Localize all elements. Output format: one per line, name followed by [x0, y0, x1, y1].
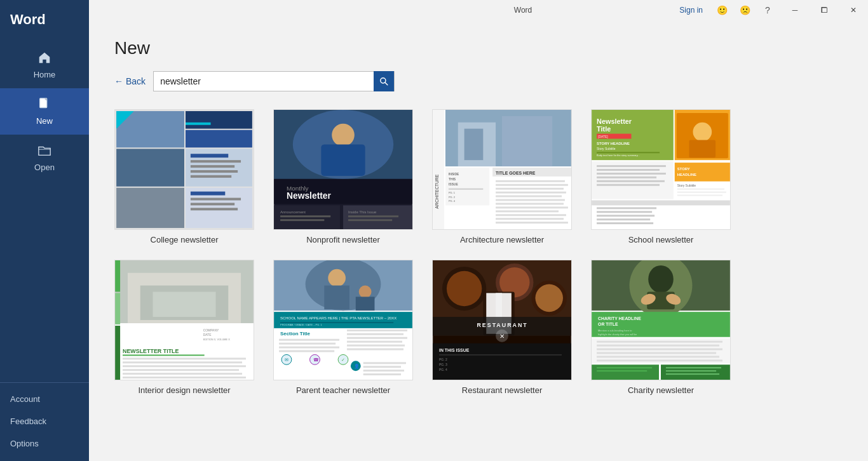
template-restaurant[interactable]: RESTAURANT ✕ IN THIS ISSUE PG. 2 PG. 3 P… [432, 260, 572, 395]
sidebar: Word Home New [0, 0, 89, 461]
svg-rect-114 [115, 326, 120, 380]
svg-text:Body text here for the story s: Body text here for the story summary... [597, 154, 640, 157]
search-area: ← Back [114, 71, 845, 91]
svg-rect-7 [186, 111, 252, 129]
smiley-icon[interactable]: 🙂 [710, 0, 733, 20]
svg-rect-143 [279, 350, 334, 352]
svg-text:TITLE GOES HERE: TITLE GOES HERE [496, 171, 536, 175]
svg-rect-21 [191, 203, 234, 205]
template-parent[interactable]: SCHOOL NAME APPEARS HERE | THE PTA NEWSL… [273, 260, 413, 395]
template-restaurant-label: Restaurant newsletter [462, 385, 542, 395]
svg-rect-131 [324, 286, 349, 310]
svg-rect-141 [279, 343, 336, 345]
svg-text:EDITION X, VOLUME X: EDITION X, VOLUME X [203, 338, 231, 341]
close-button[interactable]: ✕ [839, 0, 868, 20]
svg-text:RESTAURANT: RESTAURANT [477, 322, 527, 328]
sidebar-item-feedback[interactable]: Feedback [0, 410, 89, 432]
svg-text:👤: 👤 [354, 363, 360, 369]
template-interior-thumb: COMPANY DATE EDITION X, VOLUME X NEWSLET… [114, 260, 254, 380]
svg-rect-12 [191, 154, 228, 157]
svg-text:STORY: STORY [677, 167, 690, 171]
sidebar-new-label: New [36, 116, 53, 126]
svg-rect-199 [597, 352, 716, 354]
template-interior-label: Interior design newsletter [138, 385, 230, 395]
svg-rect-150 [347, 330, 407, 331]
sidebar-home-label: Home [34, 70, 56, 79]
template-nonprofit-label: Nonprofit newsletter [306, 235, 380, 244]
svg-text:✓: ✓ [341, 357, 345, 362]
titlebar-right-icons: Sign in 🙂 🙁 ? [674, 0, 779, 20]
svg-rect-36 [280, 219, 324, 221]
frown-icon[interactable]: 🙁 [733, 0, 756, 20]
svg-text:NEWSLETTER TITLE: NEWSLETTER TITLE [123, 348, 179, 354]
svg-rect-38 [348, 215, 398, 217]
search-box [153, 71, 395, 91]
svg-text:INSIDE: INSIDE [449, 173, 459, 176]
template-school[interactable]: Newsletter Title [DATE] STORY HEADLINE S… [591, 109, 731, 244]
svg-rect-64 [496, 203, 564, 204]
template-college-label: College newsletter [151, 235, 219, 244]
svg-text:PG. 3: PG. 3 [439, 363, 447, 366]
svg-text:Title: Title [597, 125, 611, 133]
sidebar-item-open[interactable]: Open [0, 135, 89, 181]
svg-rect-98 [677, 192, 726, 193]
svg-rect-39 [348, 219, 392, 221]
svg-rect-198 [597, 349, 722, 351]
signin-button[interactable]: Sign in [674, 0, 708, 20]
svg-rect-10 [116, 149, 184, 186]
open-icon [37, 144, 51, 160]
template-interior[interactable]: COMPANY DATE EDITION X, VOLUME X NEWSLET… [114, 260, 254, 395]
svg-rect-45 [502, 116, 552, 166]
search-button[interactable] [374, 71, 394, 91]
svg-rect-111 [153, 291, 216, 317]
sidebar-item-options[interactable]: Options [0, 432, 89, 455]
svg-text:HEADLINE: HEADLINE [677, 173, 696, 177]
sidebar-divider [0, 382, 89, 383]
svg-rect-59 [496, 184, 568, 186]
back-button[interactable]: ← Back [114, 76, 146, 86]
svg-text:Newsletter: Newsletter [287, 191, 332, 201]
template-nonprofit[interactable]: Monthly Newsletter Announcement Inside T… [273, 109, 413, 244]
search-input[interactable] [154, 74, 374, 89]
svg-text:☎: ☎ [313, 357, 319, 362]
template-charity[interactable]: CHARITY HEADLINE OR TITLE Mention a sub-… [591, 260, 731, 395]
svg-rect-113 [115, 293, 120, 324]
sidebar-item-home[interactable]: Home [0, 42, 89, 88]
svg-rect-207 [666, 370, 716, 371]
svg-rect-28 [321, 144, 365, 175]
minimize-button[interactable]: ─ [780, 0, 810, 20]
svg-text:DATE: DATE [203, 333, 212, 337]
titlebar-app-name: Word [514, 6, 532, 15]
svg-rect-112 [115, 260, 120, 291]
svg-rect-65 [496, 206, 568, 208]
svg-rect-35 [280, 215, 330, 217]
svg-rect-102 [597, 207, 656, 209]
svg-text:PG. 1: PG. 1 [449, 191, 455, 194]
help-icon[interactable]: ? [756, 0, 779, 20]
svg-text:PG. 4: PG. 4 [439, 368, 447, 371]
svg-text:SCHOOL NAME APPEARS HERE | THE: SCHOOL NAME APPEARS HERE | THE PTA NEWSL… [280, 316, 397, 320]
template-college[interactable]: College newsletter [114, 109, 254, 244]
restore-button[interactable]: ⧠ [810, 0, 839, 20]
svg-rect-82 [597, 152, 660, 153]
svg-rect-16 [191, 175, 231, 178]
svg-rect-15 [191, 170, 238, 173]
svg-text:COMPANY: COMPANY [203, 329, 219, 332]
new-icon [37, 97, 51, 114]
svg-text:Section Title: Section Title [280, 331, 310, 337]
template-charity-label: Charity newsletter [628, 385, 694, 395]
svg-rect-67 [496, 214, 566, 216]
svg-point-186 [648, 265, 674, 293]
svg-rect-91 [597, 184, 660, 186]
svg-rect-103 [597, 211, 652, 213]
svg-text:IN THIS ISSUE: IN THIS ISSUE [439, 348, 470, 352]
svg-rect-87 [597, 169, 660, 171]
svg-text:[DATE]: [DATE] [598, 135, 608, 138]
svg-rect-41 [433, 110, 444, 229]
sidebar-item-account[interactable]: Account [0, 388, 89, 410]
svg-rect-19 [191, 192, 225, 196]
svg-rect-160 [363, 370, 404, 371]
sidebar-item-new[interactable]: New [0, 88, 89, 135]
svg-point-165 [447, 271, 482, 306]
template-architecture[interactable]: ARCHITECTURE INSIDE THIS ISSUE PG. 1 [432, 109, 572, 244]
